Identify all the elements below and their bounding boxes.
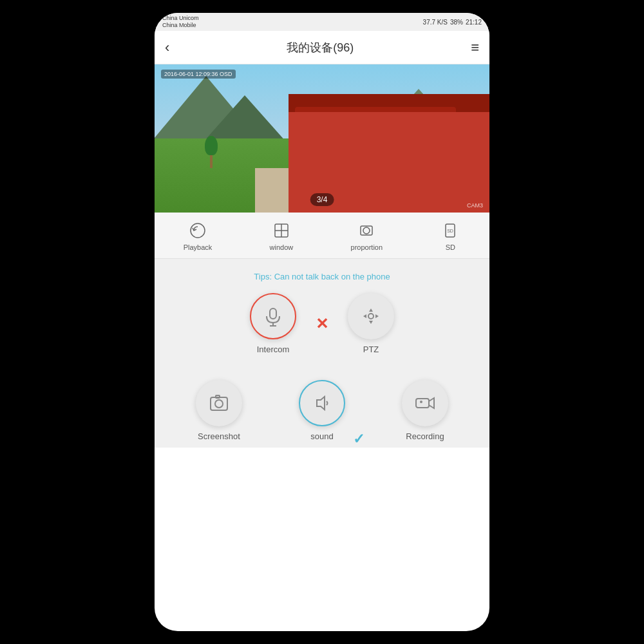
window-icon bbox=[271, 220, 292, 241]
intercom-row: Intercom ✕ PTZ bbox=[155, 293, 489, 354]
carrier-info: China Unicom China Mobile bbox=[162, 15, 199, 29]
toolbar: Playback window proportion bbox=[155, 213, 489, 259]
svg-point-17 bbox=[420, 401, 422, 403]
sound-button[interactable]: sound ✓ bbox=[299, 380, 345, 441]
toolbar-window[interactable]: window bbox=[270, 220, 294, 251]
status-right: 37.7 K/S 38% 21:12 bbox=[423, 19, 482, 26]
toolbar-playback[interactable]: Playback bbox=[184, 220, 213, 251]
screenshot-button[interactable]: Screenshot bbox=[196, 380, 242, 441]
phone-container: China Unicom China Mobile 37.7 K/S 38% 2… bbox=[155, 13, 489, 631]
ptz-label: PTZ bbox=[363, 345, 379, 354]
toolbar-window-label: window bbox=[270, 243, 294, 251]
camera-view[interactable]: 2016-06-01 12:09:36 OSD 3/4 CAM3 bbox=[155, 64, 489, 213]
status-bar: China Unicom China Mobile 37.7 K/S 38% 2… bbox=[155, 13, 489, 31]
svg-point-13 bbox=[215, 400, 223, 408]
ptz-button[interactable]: PTZ bbox=[348, 293, 394, 354]
svg-rect-8 bbox=[270, 308, 276, 319]
tree1 bbox=[205, 136, 218, 168]
sound-label: sound bbox=[310, 431, 333, 441]
svg-text:SD: SD bbox=[447, 229, 453, 233]
toolbar-sd-label: SD bbox=[446, 243, 455, 251]
page-title: 我的设备(96) bbox=[287, 40, 354, 55]
proportion-icon bbox=[356, 220, 377, 241]
screenshot-icon-circle bbox=[196, 380, 242, 426]
back-button[interactable]: ‹ bbox=[165, 39, 169, 56]
toolbar-proportion-label: proportion bbox=[351, 243, 383, 251]
toolbar-sd[interactable]: SD SD bbox=[440, 220, 460, 251]
main-content: Tips: Can not talk back on the phone Int… bbox=[155, 259, 489, 448]
pagination: 3/4 bbox=[310, 193, 334, 206]
cam-label: CAM3 bbox=[467, 202, 483, 209]
camera-scene bbox=[155, 64, 489, 213]
ptz-icon-circle bbox=[348, 293, 394, 339]
recording-button[interactable]: Recording bbox=[402, 380, 448, 441]
x-mark: ✕ bbox=[316, 315, 328, 333]
svg-point-5 bbox=[363, 227, 370, 234]
recording-icon-circle bbox=[402, 380, 448, 426]
header: ‹ 我的设备(96) ≡ bbox=[155, 31, 489, 64]
time: 21:12 bbox=[466, 19, 482, 26]
playback-icon bbox=[187, 220, 208, 241]
toolbar-playback-label: Playback bbox=[184, 243, 213, 251]
screenshot-label: Screenshot bbox=[198, 431, 240, 441]
menu-button[interactable]: ≡ bbox=[471, 41, 479, 55]
intercom-icon-circle bbox=[250, 293, 296, 339]
svg-marker-15 bbox=[317, 397, 325, 410]
svg-point-0 bbox=[191, 223, 205, 238]
battery: 38% bbox=[450, 19, 463, 26]
carrier1: China Unicom bbox=[162, 15, 199, 22]
sd-icon: SD bbox=[440, 220, 460, 241]
timestamp: 2016-06-01 12:09:36 OSD bbox=[161, 70, 236, 79]
sound-checkmark: ✓ bbox=[353, 431, 365, 448]
carrier2: China Mobile bbox=[162, 22, 199, 29]
bottom-row: Screenshot sound ✓ bbox=[155, 380, 489, 441]
svg-point-11 bbox=[368, 314, 374, 319]
intercom-button[interactable]: Intercom bbox=[250, 293, 296, 354]
toolbar-proportion[interactable]: proportion bbox=[351, 220, 383, 251]
tips-text: Tips: Can not talk back on the phone bbox=[254, 272, 390, 281]
sound-icon-circle bbox=[299, 380, 345, 426]
svg-rect-16 bbox=[416, 399, 429, 408]
recording-label: Recording bbox=[406, 431, 444, 441]
intercom-label: Intercom bbox=[257, 345, 290, 354]
speed: 37.7 K/S bbox=[423, 19, 448, 26]
